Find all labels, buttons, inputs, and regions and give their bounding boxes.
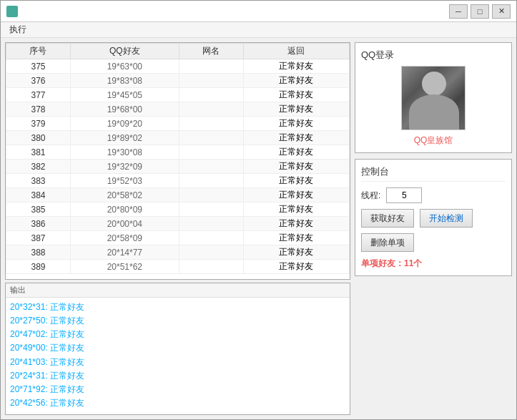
cell-qq: 19*32*09 — [70, 160, 179, 174]
cell-seq: 382 — [6, 160, 71, 174]
table-row[interactable]: 379 19*09*20 正常好友 — [6, 117, 350, 131]
cell-seq: 389 — [6, 260, 71, 274]
cell-seq: 375 — [6, 59, 71, 74]
cell-status: 正常好友 — [243, 131, 349, 145]
table-row[interactable]: 376 19*83*08 正常好友 — [6, 74, 350, 88]
cell-seq: 380 — [6, 131, 71, 145]
cell-qq: 20*80*09 — [70, 202, 179, 217]
cell-qq: 20*58*09 — [70, 231, 179, 245]
output-line: 20*27*50: 正常好友 — [10, 314, 345, 328]
cell-name — [179, 117, 243, 131]
cell-seq: 386 — [6, 217, 71, 231]
cell-status: 正常好友 — [243, 59, 349, 74]
table-row[interactable]: 386 20*00*04 正常好友 — [6, 217, 350, 231]
exec-table-wrapper[interactable]: 序号 QQ好友 网名 返回 375 19*63*00 正常好友 376 19*8… — [6, 43, 350, 279]
thread-input[interactable] — [386, 187, 422, 203]
table-row[interactable]: 384 20*58*02 正常好友 — [6, 188, 350, 202]
output-content[interactable]: 20*32*31: 正常好友20*27*50: 正常好友20*47*02: 正常… — [6, 298, 350, 414]
output-line: 20*24*31: 正常好友 — [10, 369, 345, 383]
table-row[interactable]: 375 19*63*00 正常好友 — [6, 59, 350, 74]
cell-qq: 19*30*08 — [70, 145, 179, 160]
cell-name — [179, 245, 243, 260]
cell-qq: 19*63*00 — [70, 59, 179, 74]
menu-item-execute[interactable]: 执行 — [4, 22, 32, 37]
cell-name — [179, 74, 243, 88]
cell-qq: 20*51*62 — [70, 260, 179, 274]
table-row[interactable]: 381 19*30*08 正常好友 — [6, 145, 350, 160]
close-button[interactable]: ✕ — [492, 4, 511, 19]
cell-qq: 19*68*00 — [70, 102, 179, 117]
cell-status: 正常好友 — [243, 88, 349, 102]
cell-seq: 377 — [6, 88, 71, 102]
cell-name — [179, 260, 243, 274]
title-controls: ─ □ ✕ — [449, 4, 511, 19]
cell-qq: 20*58*02 — [70, 188, 179, 202]
start-detect-button[interactable]: 开始检测 — [420, 209, 473, 228]
cell-status: 正常好友 — [243, 117, 349, 131]
table-row[interactable]: 387 20*58*09 正常好友 — [6, 231, 350, 245]
minimize-button[interactable]: ─ — [449, 4, 468, 19]
maximize-button[interactable]: □ — [471, 4, 489, 19]
cell-name — [179, 145, 243, 160]
exec-section: 序号 QQ好友 网名 返回 375 19*63*00 正常好友 376 19*8… — [5, 42, 350, 280]
avatar-container — [401, 66, 466, 130]
cell-status: 正常好友 — [243, 245, 349, 260]
table-row[interactable]: 377 19*45*05 正常好友 — [6, 88, 350, 102]
cell-status: 正常好友 — [243, 145, 349, 160]
delete-single-button[interactable]: 删除单项 — [361, 233, 414, 252]
cell-qq: 19*83*08 — [70, 74, 179, 88]
output-label: 输出 — [6, 283, 350, 298]
cell-name — [179, 160, 243, 174]
cell-qq: 20*14*77 — [70, 245, 179, 260]
main-content: 序号 QQ好友 网名 返回 375 19*63*00 正常好友 376 19*8… — [1, 38, 516, 419]
output-line: 20*41*03: 正常好友 — [10, 356, 345, 369]
cell-status: 正常好友 — [243, 174, 349, 188]
cell-qq: 19*09*20 — [70, 117, 179, 131]
cell-seq: 376 — [6, 74, 71, 88]
cell-status: 正常好友 — [243, 74, 349, 88]
cell-status: 正常好友 — [243, 260, 349, 274]
exec-table: 序号 QQ好友 网名 返回 375 19*63*00 正常好友 376 19*8… — [6, 43, 350, 274]
cell-qq: 19*52*03 — [70, 174, 179, 188]
output-line: 20*47*02: 正常好友 — [10, 328, 345, 341]
menu-bar: 执行 — [1, 22, 516, 38]
cell-name — [179, 88, 243, 102]
table-row[interactable]: 388 20*14*77 正常好友 — [6, 245, 350, 260]
title-bar: ─ □ ✕ — [1, 1, 516, 22]
cell-qq: 19*89*02 — [70, 131, 179, 145]
cell-seq: 383 — [6, 174, 71, 188]
cell-seq: 385 — [6, 202, 71, 217]
table-row[interactable]: 385 20*80*09 正常好友 — [6, 202, 350, 217]
main-window: ─ □ ✕ 执行 序号 QQ好友 网名 返 — [0, 0, 517, 420]
qq-login-title: QQ登录 — [361, 49, 394, 62]
col-status: 返回 — [243, 44, 349, 59]
cell-status: 正常好友 — [243, 217, 349, 231]
table-row[interactable]: 383 19*52*03 正常好友 — [6, 174, 350, 188]
control-title: 控制台 — [361, 165, 506, 182]
output-section: 输出 20*32*31: 正常好友20*27*50: 正常好友20*47*02:… — [5, 283, 350, 415]
cell-seq: 388 — [6, 245, 71, 260]
qq-name[interactable]: QQ皇族馆 — [414, 135, 453, 147]
table-row[interactable]: 378 19*68*00 正常好友 — [6, 102, 350, 117]
table-row[interactable]: 382 19*32*09 正常好友 — [6, 160, 350, 174]
cell-name — [179, 217, 243, 231]
cell-status: 正常好友 — [243, 188, 349, 202]
cell-seq: 384 — [6, 188, 71, 202]
table-row[interactable]: 380 19*89*02 正常好友 — [6, 131, 350, 145]
qq-login-box: QQ登录 QQ皇族馆 — [355, 42, 512, 153]
cell-name — [179, 131, 243, 145]
cell-seq: 379 — [6, 117, 71, 131]
cell-name — [179, 188, 243, 202]
cell-seq: 378 — [6, 102, 71, 117]
cell-status: 正常好友 — [243, 231, 349, 245]
cell-status: 正常好友 — [243, 160, 349, 174]
app-icon — [6, 6, 18, 17]
avatar — [402, 66, 465, 130]
col-qq: QQ好友 — [70, 44, 179, 59]
single-friend-count: 单项好友：11个 — [361, 258, 506, 270]
cell-name — [179, 202, 243, 217]
cell-name — [179, 231, 243, 245]
table-row[interactable]: 389 20*51*62 正常好友 — [6, 260, 350, 274]
title-bar-left — [6, 6, 18, 17]
get-friends-button[interactable]: 获取好友 — [361, 209, 414, 228]
